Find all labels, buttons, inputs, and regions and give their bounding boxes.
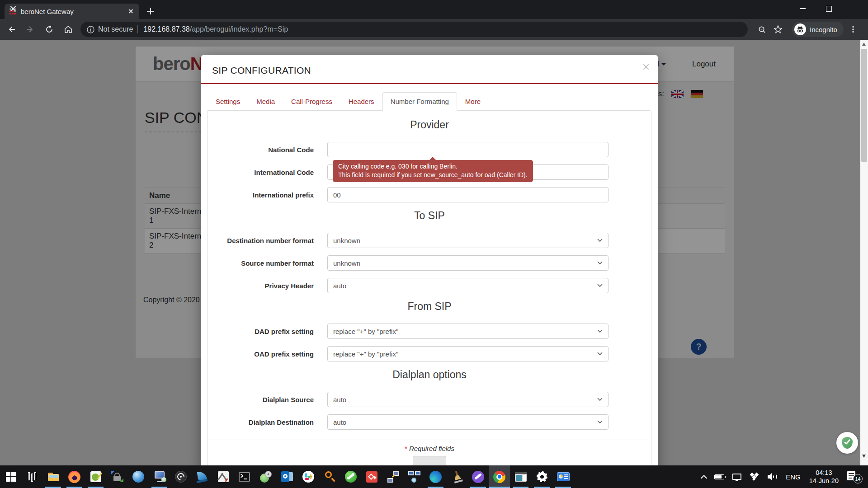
zoom-search-icon[interactable] xyxy=(754,22,769,37)
source-number-format-label: Source number format xyxy=(219,259,314,267)
contacts-card-button[interactable] xyxy=(552,465,574,488)
softphone-button[interactable] xyxy=(340,465,361,488)
remote-desktop-icon xyxy=(154,471,165,482)
winbox-button[interactable] xyxy=(127,465,149,488)
browser-menu-icon[interactable] xyxy=(845,22,861,37)
window-close-button[interactable] xyxy=(0,0,26,17)
outlook-button[interactable] xyxy=(276,465,297,488)
tab-headers[interactable]: Headers xyxy=(340,92,382,111)
privacy-header-label: Privacy Header xyxy=(219,282,314,290)
url-host: 192.168.87.38 xyxy=(143,25,189,33)
pc-link-button[interactable] xyxy=(382,465,404,488)
start-button[interactable] xyxy=(0,465,21,488)
back-button[interactable] xyxy=(4,22,19,37)
destination-number-format-select[interactable]: unknown xyxy=(327,233,609,248)
ip-scanner-icon xyxy=(408,471,420,483)
battery-indicator[interactable] xyxy=(710,465,728,488)
reload-button[interactable] xyxy=(42,22,57,37)
winscp-button[interactable] xyxy=(106,465,127,488)
tab-more[interactable]: More xyxy=(457,92,489,111)
tab-media[interactable]: Media xyxy=(248,92,283,111)
network-indicator[interactable] xyxy=(728,465,745,488)
diamond-arrows-icon xyxy=(366,471,377,483)
dialplan-source-label: Dialplan Source xyxy=(219,396,314,404)
file-explorer-button[interactable] xyxy=(42,465,64,488)
vm-window-button[interactable] xyxy=(510,465,531,488)
vm-window-icon xyxy=(515,472,527,482)
ip-scanner-button[interactable] xyxy=(404,465,425,488)
task-view-icon xyxy=(28,472,36,482)
windows-logo-icon xyxy=(6,472,16,482)
page-scrollbar[interactable] xyxy=(860,40,868,465)
required-asterisk: * xyxy=(405,445,407,452)
incognito-badge[interactable]: Incognito xyxy=(792,22,844,37)
slack-icon xyxy=(302,471,314,483)
modal-header: SIP CONFIGURATION xyxy=(201,55,658,84)
dialplan-destination-label: Dialplan Destination xyxy=(219,418,314,426)
cleaner-button[interactable] xyxy=(446,465,467,488)
texstudio-icon xyxy=(218,471,229,482)
window-minimize-button[interactable] xyxy=(789,0,816,17)
tab-call-progress[interactable]: Call-Progress xyxy=(283,92,340,111)
modal-close-icon[interactable] xyxy=(642,62,651,71)
remote-desktop-button[interactable] xyxy=(149,465,170,488)
edge-button[interactable] xyxy=(425,465,446,488)
home-button[interactable] xyxy=(61,22,76,37)
window-maximize-button[interactable] xyxy=(816,0,842,17)
broom-icon xyxy=(450,469,464,483)
oad-prefix-select[interactable]: replace "+" by "prefix" xyxy=(327,346,609,361)
winscp-lock-icon xyxy=(112,471,123,482)
not-secure-label[interactable]: Not secure xyxy=(98,25,133,33)
wireshark-button[interactable] xyxy=(191,465,212,488)
international-prefix-input[interactable] xyxy=(327,187,609,202)
privacy-header-select[interactable]: auto xyxy=(327,278,609,293)
tab-settings[interactable]: Settings xyxy=(208,92,248,111)
forward-button[interactable] xyxy=(23,22,38,37)
firefox-button[interactable] xyxy=(64,465,85,488)
modal-footer-button[interactable] xyxy=(413,456,446,465)
new-tab-button[interactable] xyxy=(146,6,156,16)
source-number-format-select[interactable]: unknown xyxy=(327,255,609,271)
dialplan-destination-select[interactable]: auto xyxy=(327,414,609,430)
language-indicator[interactable]: ENG xyxy=(782,465,805,488)
taskbar-clock[interactable]: 04:1314-Jun-20 xyxy=(805,465,843,488)
viber-button[interactable] xyxy=(467,465,489,488)
dialplan-source-select[interactable]: auto xyxy=(327,392,609,407)
tab-close-icon[interactable] xyxy=(127,8,135,15)
system-tray: ENG 04:1314-Jun-20 14 xyxy=(698,465,868,488)
search-tool-button[interactable] xyxy=(319,465,340,488)
task-view-button[interactable] xyxy=(21,465,42,488)
disc-burner-button[interactable] xyxy=(255,465,276,488)
international-code-label: International Code xyxy=(219,169,314,176)
chrome-button[interactable] xyxy=(489,465,510,488)
shield-check-icon xyxy=(842,437,853,449)
national-code-input[interactable] xyxy=(327,142,609,157)
red-utility-button[interactable] xyxy=(361,465,382,488)
slack-button[interactable] xyxy=(297,465,319,488)
address-bar[interactable]: Not secure 192.168.87.38/app/berogui/ind… xyxy=(80,22,748,37)
volume-indicator[interactable] xyxy=(764,465,782,488)
adguard-assistant-button[interactable] xyxy=(836,432,858,454)
tab-number-formatting[interactable]: Number Formatting xyxy=(382,92,457,111)
oad-prefix-label: OAD prefix setting xyxy=(219,350,314,358)
edge-icon xyxy=(429,471,442,483)
dropbox-tray[interactable] xyxy=(745,465,764,488)
texstudio-button[interactable] xyxy=(212,465,234,488)
sharex-button[interactable] xyxy=(170,465,191,488)
settings-button[interactable] xyxy=(531,465,552,488)
scroll-up-arrow[interactable] xyxy=(862,42,866,46)
field-tooltip: City calling code e.g. 030 for calling B… xyxy=(333,160,533,182)
chevron-up-icon xyxy=(701,474,707,481)
action-center-button[interactable]: 14 xyxy=(843,465,868,488)
scrollbar-thumb[interactable] xyxy=(861,49,867,162)
scroll-down-arrow[interactable] xyxy=(862,455,866,458)
dad-prefix-select[interactable]: replace "+" by "prefix" xyxy=(327,324,609,339)
speaker-icon xyxy=(768,473,778,480)
national-code-label: National Code xyxy=(219,146,314,154)
info-icon[interactable] xyxy=(87,26,94,33)
notepad-plus-button[interactable] xyxy=(85,465,106,488)
bookmark-star-icon[interactable] xyxy=(770,22,786,37)
command-prompt-button[interactable] xyxy=(234,465,255,488)
search-magnifier-icon xyxy=(324,471,335,482)
tray-expand-button[interactable] xyxy=(698,465,710,488)
